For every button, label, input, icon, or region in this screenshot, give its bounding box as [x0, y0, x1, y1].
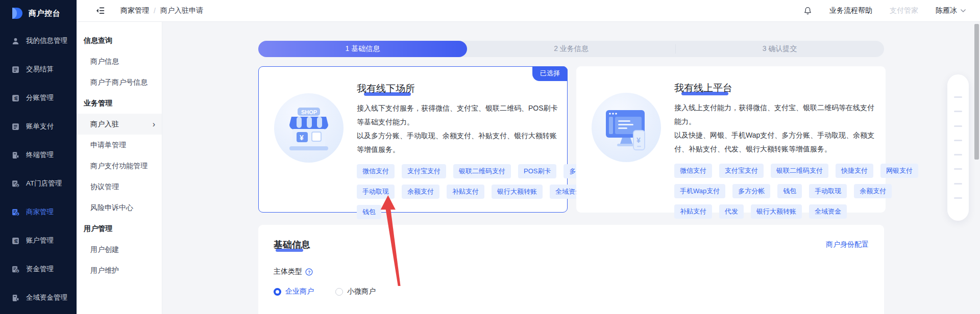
radio-micro-merchant[interactable]: 小微商户: [335, 287, 376, 296]
store-badge-icon: [11, 208, 20, 217]
scrollbar-thumb[interactable]: [974, 24, 979, 160]
monitor-illustration: ¥: [592, 93, 661, 162]
pay-manager-link[interactable]: 支付管家: [890, 6, 918, 15]
tag: 支付宝支付: [402, 164, 446, 178]
step-basic-info[interactable]: 1 基础信息: [258, 41, 467, 57]
breadcrumb-merchant-mgmt[interactable]: 商家管理: [120, 6, 149, 15]
user-name: 陈雁冰: [936, 6, 957, 15]
user-menu[interactable]: 陈雁冰: [936, 6, 966, 15]
radio-selected-icon: [274, 288, 281, 296]
submenu-item-application-mgmt[interactable]: 申请单管理: [77, 135, 162, 155]
tag: 手动取现: [357, 185, 395, 199]
tag: 银联二维码支付: [771, 164, 828, 178]
primary-sidebar: 商户控台 我的信息管理 交易结算 分账管理 账单支付 终端管理 AT门店管理: [0, 0, 77, 314]
card-offline-venue[interactable]: 已选择 SHOP ¥ 我有线下场所 接入线下支付服务: [258, 66, 568, 213]
tag: 钱包: [357, 205, 381, 219]
logo-icon: [10, 7, 23, 20]
selected-badge: 已选择: [532, 66, 568, 81]
anchor-dash[interactable]: [954, 96, 962, 98]
anchor-dash[interactable]: [954, 140, 962, 141]
step-business-info[interactable]: 2 业务信息: [467, 41, 676, 57]
shop-illustration: SHOP ¥: [274, 93, 344, 163]
primary-nav: 我的信息管理 交易结算 分账管理 账单支付 终端管理 AT门店管理 商家管理: [0, 27, 77, 312]
dollar-list-icon: [11, 237, 20, 245]
tag: 网银支付: [880, 164, 918, 178]
tag: 银联二维码支付: [453, 164, 511, 178]
capability-tags: 微信支付 支付宝支付 银联二维码支付 快捷支付 网银支付 手机Wap支付 多方分…: [674, 164, 878, 219]
collapse-menu-icon[interactable]: [96, 7, 105, 15]
breadcrumb-current-page: 商户入驻申请: [160, 6, 203, 15]
chevron-down-icon: [961, 9, 966, 12]
anchor-dash[interactable]: [954, 154, 962, 155]
card-online-platform[interactable]: ¥ 我有线上平台 接入线上支付能力，获得微信、支付宝、银联二维码等在线支付能力。…: [576, 66, 886, 213]
anchor-dash[interactable]: [954, 197, 962, 199]
tag: 支付宝支付: [719, 164, 764, 178]
submenu-item-sub-merchant-info[interactable]: 商户子商户号信息: [77, 72, 162, 93]
sidebar-item-merchant-mgmt[interactable]: 商家管理: [0, 198, 77, 226]
submenu-header-info-query: 信息查询: [77, 30, 162, 51]
card-title: 我有线上平台: [674, 82, 732, 95]
notification-bell-icon[interactable]: [803, 6, 812, 15]
workflow-help-link[interactable]: 业务流程帮助: [829, 6, 872, 15]
scenario-cards: 已选择 SHOP ¥ 我有线下场所 接入线下支付服务: [258, 66, 884, 213]
device-icon: [11, 294, 20, 302]
breadcrumb-separator: /: [154, 7, 156, 15]
section-title: 基础信息: [274, 239, 310, 251]
user-icon: [11, 37, 20, 45]
app-title: 商户控台: [29, 9, 60, 18]
sidebar-item-my-info[interactable]: 我的信息管理: [0, 27, 77, 55]
store-badge-icon: [11, 265, 20, 274]
merchant-identity-config-link[interactable]: 商户身份配置: [826, 240, 869, 249]
anchor-dash[interactable]: [954, 183, 962, 185]
card-description-1: 接入线上支付能力，获得微信、支付宝、银联二维码等在线支付能力。: [674, 101, 878, 128]
subject-type-field: 主体类型: [274, 267, 869, 276]
tag: 补贴支付: [674, 204, 712, 219]
card-title: 我有线下场所: [357, 82, 415, 95]
sidebar-item-funds-mgmt[interactable]: 资金管理: [0, 255, 77, 283]
submenu-item-risk-appeal-center[interactable]: 风险申诉中心: [77, 197, 162, 218]
storefront-icon: SHOP ¥: [284, 103, 333, 152]
tag: 手机Wap支付: [674, 184, 725, 198]
capability-tags: 微信支付 支付宝支付 银联二维码支付 POS刷卡 多方分账 手动取现 余额支付 …: [357, 164, 561, 219]
anchor-dash[interactable]: [954, 111, 962, 112]
submenu-item-user-maintain[interactable]: 用户维护: [77, 260, 162, 281]
submenu-item-merchant-info[interactable]: 商户信息: [77, 51, 162, 72]
sidebar-item-at-store-mgmt[interactable]: AT门店管理: [0, 169, 77, 198]
radio-enterprise-merchant[interactable]: 企业商户: [274, 287, 314, 296]
submenu-item-user-create[interactable]: 用户创建: [77, 239, 162, 260]
tag: 快捷支付: [836, 164, 873, 178]
help-icon[interactable]: [305, 268, 313, 276]
sidebar-item-terminal-mgmt[interactable]: 终端管理: [0, 141, 77, 169]
radio-unselected-icon: [335, 288, 343, 296]
sidebar-item-trade-settle[interactable]: 交易结算: [0, 55, 77, 84]
subject-type-label: 主体类型: [274, 267, 302, 276]
svg-text:¥: ¥: [300, 134, 304, 142]
sidebar-item-split-mgmt[interactable]: 分账管理: [0, 84, 77, 112]
tag: 手动取现: [809, 184, 847, 198]
subject-type-options: 企业商户 小微商户: [274, 287, 869, 296]
topbar: 商家管理 / 商户入驻申请 业务流程帮助 支付管家 陈雁冰: [77, 0, 980, 22]
list-icon: [11, 65, 20, 74]
step-confirm-submit[interactable]: 3 确认提交: [675, 41, 884, 57]
submenu-item-merchant-onboarding[interactable]: 商户入驻 ›: [77, 114, 162, 135]
card-description-2: 以及多方分账、手动取现、余额支付、补贴支付、银行大额转账等增值服务。: [357, 129, 561, 156]
sidebar-item-account-mgmt[interactable]: 账户管理: [0, 226, 77, 255]
tag: 补贴支付: [447, 185, 484, 199]
svg-text:¥: ¥: [636, 136, 641, 144]
anchor-nav-panel: [947, 74, 969, 221]
stepper: 1 基础信息 2 业务信息 3 确认提交: [258, 41, 884, 57]
app-logo[interactable]: 商户控台: [0, 0, 77, 27]
sidebar-item-global-funds-mgmt[interactable]: 全域资金管理: [0, 283, 77, 312]
submenu-header-business-mgmt: 业务管理: [77, 93, 162, 114]
anchor-dash[interactable]: [954, 168, 962, 170]
chevron-right-icon: ›: [153, 120, 155, 128]
card-description-1: 接入线下支付服务，获得微信、支付宝、银联二维码、POS刷卡等基础支付能力。: [357, 101, 561, 129]
submenu-item-payment-function-mgmt[interactable]: 商户支付功能管理: [77, 155, 162, 176]
tag: 银行大额转账: [492, 185, 543, 199]
anchor-dash[interactable]: [954, 125, 962, 127]
tag: 微信支付: [674, 164, 712, 178]
sidebar-item-bill-pay[interactable]: 账单支付: [0, 112, 77, 141]
breadcrumb: 商家管理 / 商户入驻申请: [120, 6, 203, 15]
submenu-item-agreement-mgmt[interactable]: 协议管理: [77, 176, 162, 197]
device-icon: [11, 151, 20, 160]
